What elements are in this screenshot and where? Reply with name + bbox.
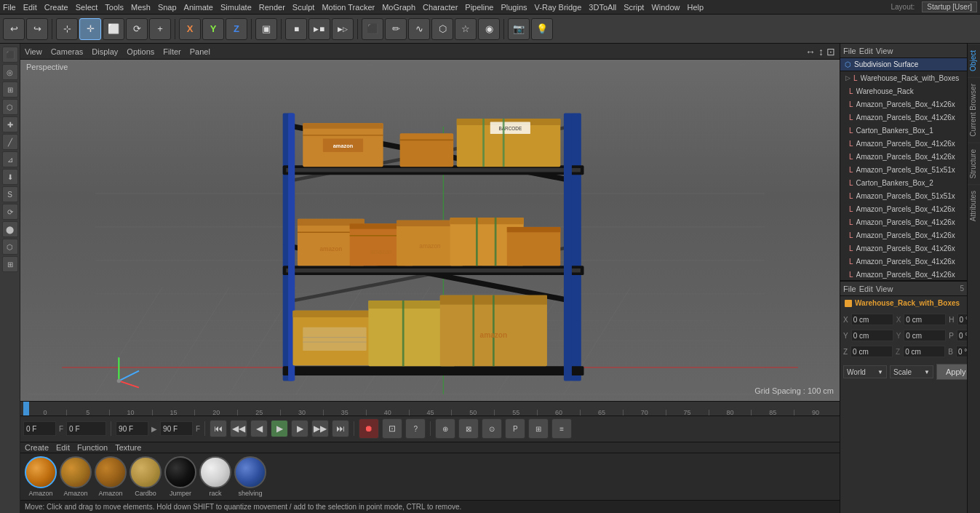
attr-file-menu[interactable]: File xyxy=(843,285,856,293)
menu-snap[interactable]: Snap xyxy=(158,3,177,12)
attr-y-pos[interactable] xyxy=(851,330,893,341)
viewport-view-menu[interactable]: View xyxy=(25,47,42,56)
tab-attributes[interactable]: Attributes xyxy=(968,184,980,227)
obj-item-9[interactable]: L Amazon_Parcels_Box_51x51x xyxy=(840,189,967,202)
material-swatch-4[interactable]: Jumper xyxy=(164,456,196,497)
obj-item-10[interactable]: L Amazon_Parcels_Box_41x26x xyxy=(840,202,967,215)
viewport[interactable]: amazon BARCODE amazon xyxy=(20,60,840,401)
left-tool-13[interactable]: ⊞ xyxy=(2,256,18,272)
attr-z-pos[interactable] xyxy=(850,346,893,357)
left-tool-6[interactable]: ╱ xyxy=(2,134,18,150)
menu-help[interactable]: Help xyxy=(688,3,704,12)
material-swatch-6[interactable]: shelving xyxy=(234,456,266,497)
camera-tool[interactable]: 📷 xyxy=(508,18,530,40)
pen-tool[interactable]: ✏ xyxy=(385,18,407,40)
menu-motion-tracker[interactable]: Motion Tracker xyxy=(322,3,375,12)
menu-character[interactable]: Character xyxy=(423,3,458,12)
timeline-scrubber[interactable] xyxy=(23,402,29,415)
material-swatch-3[interactable]: Cardbo xyxy=(130,456,162,497)
menu-tools[interactable]: Tools xyxy=(105,3,124,12)
fps-end-input[interactable] xyxy=(116,421,148,436)
timeline-ruler[interactable]: 0 5 10 15 20 25 30 35 40 45 50 55 60 65 … xyxy=(20,402,840,416)
menu-plugins[interactable]: Plugins xyxy=(501,3,527,12)
attr-view-menu[interactable]: View xyxy=(876,285,893,293)
timeline-icon-3[interactable]: ⊙ xyxy=(482,418,502,439)
menu-pipeline[interactable]: Pipeline xyxy=(465,3,493,12)
play-button[interactable]: ▶ xyxy=(271,420,288,437)
record-button[interactable]: ⏺ xyxy=(359,418,379,439)
obj-item-5[interactable]: L Amazon_Parcels_Box_41x26x xyxy=(840,137,967,150)
obj-item-2[interactable]: L Amazon_Parcels_Box_41x26x xyxy=(840,98,967,111)
cube-primitive[interactable]: ⬛ xyxy=(362,18,383,40)
undo-button[interactable]: ↩ xyxy=(3,18,25,40)
menu-vray-bridge[interactable]: V-Ray Bridge xyxy=(535,3,582,12)
viewport-filter-menu[interactable]: Filter xyxy=(163,47,180,56)
tab-object[interactable]: Object xyxy=(968,44,980,77)
left-tool-2[interactable]: ◎ xyxy=(2,64,18,80)
menu-sculpt[interactable]: Sculpt xyxy=(292,3,315,12)
material-swatch-5[interactable]: rack xyxy=(199,456,231,497)
menu-select[interactable]: Select xyxy=(76,3,98,12)
obj-item-8[interactable]: L Carton_Bankers_Box_2 xyxy=(840,176,967,189)
object-mode-button[interactable]: ▣ xyxy=(255,18,277,40)
move-tool[interactable]: ✛ xyxy=(79,18,101,40)
timeline-icon-2[interactable]: ⊠ xyxy=(458,418,479,439)
material-texture-menu[interactable]: Texture xyxy=(115,443,141,452)
left-tool-8[interactable]: ⬇ xyxy=(2,169,18,185)
world-dropdown[interactable]: World ▼ xyxy=(843,365,887,378)
current-frame-input[interactable] xyxy=(23,421,56,436)
scale-dropdown[interactable]: Scale ▼ xyxy=(890,365,933,378)
redo-button[interactable]: ↪ xyxy=(26,18,48,40)
obj-item-0[interactable]: ▷ L Warehouse_Rack_with_Boxes xyxy=(840,71,967,84)
obj-view-menu[interactable]: View xyxy=(876,47,893,55)
menu-render[interactable]: Render xyxy=(259,3,285,12)
object-list[interactable]: ▷ L Warehouse_Rack_with_Boxes L Warehous… xyxy=(840,71,967,280)
obj-edit-menu[interactable]: Edit xyxy=(859,47,873,55)
menu-script[interactable]: Script xyxy=(624,3,644,12)
obj-item-14[interactable]: L Amazon_Parcels_Box_41x26x xyxy=(840,255,967,268)
menu-3dtoall[interactable]: 3DToAll xyxy=(589,3,616,12)
fps-end-2[interactable] xyxy=(160,421,193,436)
render-region-button[interactable]: ⏹ xyxy=(285,18,307,40)
material-swatch-1[interactable]: Amazon xyxy=(60,456,92,497)
left-tool-4[interactable]: ⬡ xyxy=(2,99,18,115)
left-tool-11[interactable]: ⬤ xyxy=(2,221,18,237)
timeline-icon-5[interactable]: ⊞ xyxy=(528,418,549,439)
left-tool-7[interactable]: ⊿ xyxy=(2,151,18,167)
obj-item-3[interactable]: L Amazon_Parcels_Box_41x26x xyxy=(840,111,967,124)
timeline-icon-4[interactable]: P xyxy=(505,418,525,439)
timeline-icon-6[interactable]: ≡ xyxy=(551,418,572,439)
menu-edit[interactable]: Edit xyxy=(23,3,37,12)
viewport-display-menu[interactable]: Display xyxy=(92,47,118,56)
menu-file[interactable]: File xyxy=(3,3,16,12)
x-axis-button[interactable]: X xyxy=(179,18,201,40)
z-axis-button[interactable]: Z xyxy=(226,18,247,40)
material-edit-menu[interactable]: Edit xyxy=(56,443,70,452)
prev-key-button[interactable]: ◀ xyxy=(250,420,268,437)
obj-item-7[interactable]: L Amazon_Parcels_Box_51x51x xyxy=(840,163,967,176)
material-swatch-2[interactable]: Amazon xyxy=(95,456,127,497)
viewport-icon-3[interactable]: ⊡ xyxy=(826,46,835,57)
go-start-button[interactable]: ⏮ xyxy=(210,420,227,437)
viewport-cameras-menu[interactable]: Cameras xyxy=(51,47,84,56)
prev-frame-button[interactable]: ◀◀ xyxy=(230,420,247,437)
left-tool-5[interactable]: ✚ xyxy=(2,116,18,132)
autokey-button[interactable]: ⊡ xyxy=(382,418,402,439)
go-end-button[interactable]: ⏭ xyxy=(332,420,349,437)
material-function-menu[interactable]: Function xyxy=(77,443,108,452)
add-tool[interactable]: + xyxy=(149,18,171,40)
menu-mesh[interactable]: Mesh xyxy=(131,3,151,12)
menu-simulate[interactable]: Simulate xyxy=(220,3,252,12)
attr-x-pos[interactable] xyxy=(851,314,893,325)
material-swatch-0[interactable]: Amazon xyxy=(25,456,57,497)
deformer-tool[interactable]: ⬡ xyxy=(431,18,453,40)
material-create-menu[interactable]: Create xyxy=(25,443,49,452)
left-tool-9[interactable]: S xyxy=(2,186,18,202)
viewport-panel-menu[interactable]: Panel xyxy=(190,47,210,56)
menu-window[interactable]: Window xyxy=(651,3,680,12)
frame-offset-input[interactable] xyxy=(66,421,106,436)
attr-z-rot[interactable] xyxy=(903,346,945,357)
obj-file-menu[interactable]: File xyxy=(843,47,856,55)
timeline-icon-1[interactable]: ⊕ xyxy=(435,418,455,439)
next-key-button[interactable]: ▶ xyxy=(291,420,308,437)
